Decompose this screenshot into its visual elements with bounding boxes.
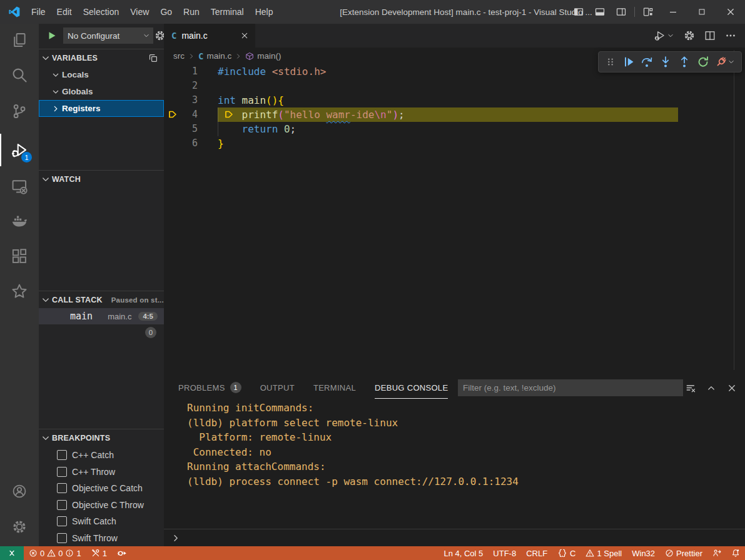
code-line-2[interactable]: 2	[164, 79, 745, 93]
menu-help[interactable]: Help	[250, 0, 279, 24]
menu-selection[interactable]: Selection	[78, 0, 125, 24]
breadcrumb-file[interactable]: main.c	[206, 51, 231, 61]
call-stack-frame[interactable]: mainmain.c4:5	[39, 308, 164, 324]
step-out-icon[interactable]	[678, 56, 691, 68]
activity-item-explorer[interactable]	[0, 24, 39, 56]
menu-go[interactable]: Go	[155, 0, 178, 24]
disconnect-button[interactable]	[715, 56, 735, 68]
panel-tab-output[interactable]: OUTPUT	[260, 378, 295, 399]
status-language-mode[interactable]: C	[552, 546, 580, 560]
status-formatter[interactable]: Prettier	[660, 546, 707, 560]
call-stack-extra-row[interactable]: 0	[39, 324, 164, 341]
restart-icon[interactable]	[697, 56, 709, 68]
variables-scope-globals[interactable]: Globals	[39, 83, 164, 100]
activity-item-favorites[interactable]	[0, 275, 39, 308]
more-actions-icon[interactable]	[725, 30, 736, 41]
maximize-panel-chevron-up-icon[interactable]	[706, 383, 716, 393]
activity-item-manage[interactable]	[0, 511, 39, 543]
status-platform[interactable]: Win32	[627, 546, 660, 560]
tools-status[interactable]: 1	[86, 546, 112, 560]
problems-status[interactable]: 0 0 1	[24, 546, 86, 560]
menu-edit[interactable]: Edit	[51, 0, 78, 24]
toggle-secondary-sidebar-button[interactable]	[611, 0, 632, 24]
breakpoint-checkbox[interactable]	[57, 516, 67, 526]
start-debugging-icon[interactable]	[47, 31, 57, 41]
toggle-primary-sidebar-button[interactable]	[568, 0, 589, 24]
breakpoint-checkbox[interactable]	[57, 483, 67, 493]
tab-main-c[interactable]: C main.c	[164, 24, 255, 48]
panel-tab-problems[interactable]: PROBLEMS1	[178, 378, 241, 399]
breakpoint-c-catch[interactable]: C++ Catch	[39, 447, 164, 463]
variables-scope-registers[interactable]: Registers	[39, 100, 164, 117]
debug-console-output[interactable]: Running initCommands:(lldb) platform sel…	[164, 399, 745, 489]
gear-icon[interactable]	[684, 30, 695, 41]
variables-section-header[interactable]: VARIABLES	[39, 50, 164, 66]
variables-scope-locals[interactable]: Locals	[39, 66, 164, 83]
close-tab-icon[interactable]	[240, 31, 249, 40]
clear-console-icon[interactable]	[686, 383, 696, 393]
breakpoint-checkbox[interactable]	[57, 467, 67, 477]
continue-icon[interactable]	[622, 56, 635, 68]
menu-run[interactable]: Run	[178, 0, 205, 24]
breakpoint-c-throw[interactable]: C++ Throw	[39, 464, 164, 480]
customize-layout-button[interactable]	[637, 0, 659, 24]
watch-section-header[interactable]: WATCH	[39, 171, 164, 188]
code-line-3[interactable]: 3int main(){	[164, 93, 745, 108]
activity-item-remote-explorer[interactable]	[0, 170, 39, 202]
menu-view[interactable]: View	[124, 0, 155, 24]
disconnect-icon	[715, 56, 727, 68]
close-window-button[interactable]	[716, 0, 745, 24]
debug-console-input[interactable]	[164, 529, 745, 546]
panel-tab-debug-console[interactable]: DEBUG CONSOLE	[375, 378, 448, 399]
console-line: Platform: remote-linux	[164, 430, 745, 445]
code-line-5[interactable]: 5 return 0;	[164, 122, 745, 136]
minimize-button[interactable]	[659, 0, 687, 24]
section-divider	[39, 170, 164, 171]
copy-icon[interactable]	[148, 53, 158, 63]
activity-item-run-and-debug[interactable]: 1	[0, 134, 39, 166]
menu-file[interactable]: File	[26, 0, 51, 24]
split-editor-icon[interactable]	[704, 30, 716, 41]
status-cursor-position[interactable]: Ln 4, Col 5	[438, 546, 488, 560]
step-over-icon[interactable]	[641, 56, 653, 68]
status-eol[interactable]: CRLF	[521, 546, 552, 560]
call-stack-section-header[interactable]: CALL STACK Paused on st...	[39, 292, 164, 308]
gripper-icon[interactable]	[605, 56, 616, 68]
activity-item-accounts[interactable]	[0, 475, 39, 508]
status-notifications[interactable]	[726, 546, 745, 560]
breakpoint-objective-c-catch[interactable]: Objective C Catch	[39, 480, 164, 496]
close-panel-icon[interactable]	[727, 383, 737, 393]
activity-item-search[interactable]	[0, 59, 39, 91]
debug-quick-access[interactable]	[112, 546, 132, 560]
activity-item-docker[interactable]	[0, 205, 39, 238]
breadcrumb-symbol[interactable]: main()	[257, 51, 281, 61]
status-encoding[interactable]: UTF-8	[488, 546, 521, 560]
run-or-debug-button[interactable]	[654, 30, 674, 41]
console-filter-input[interactable]	[458, 379, 683, 396]
breakpoint-swift-catch[interactable]: Swift Catch	[39, 513, 164, 529]
toggle-panel-button[interactable]	[589, 0, 611, 24]
breakpoint-checkbox[interactable]	[57, 450, 67, 460]
configure-gear-icon[interactable]	[155, 30, 164, 41]
breakpoint-swift-throw[interactable]: Swift Throw	[39, 530, 164, 546]
activity-item-extensions[interactable]	[0, 240, 39, 272]
breakpoint-objective-c-throw[interactable]: Objective C Throw	[39, 497, 164, 513]
debug-configuration-select[interactable]: No Configurat	[63, 28, 153, 44]
activity-item-source-control[interactable]	[0, 95, 39, 128]
editor-scrollbar[interactable]	[734, 50, 734, 370]
menu-terminal[interactable]: Terminal	[205, 0, 250, 24]
breakpoints-section-header[interactable]: BREAKPOINTS	[39, 430, 164, 446]
remote-indicator[interactable]	[0, 546, 24, 560]
code-line-4[interactable]: 4 printf("hello wamr-ide\n");	[164, 108, 745, 122]
maximize-button[interactable]	[687, 0, 716, 24]
breakpoint-checkbox[interactable]	[57, 533, 67, 543]
breadcrumb-folder[interactable]: src	[173, 51, 185, 61]
status-feedback[interactable]	[707, 546, 726, 560]
status-spell-status[interactable]: 1 Spell	[580, 546, 627, 560]
status-bar-right: Ln 4, Col 5UTF-8CRLFC1 SpellWin32Prettie…	[438, 546, 745, 560]
breakpoint-checkbox[interactable]	[57, 500, 67, 510]
step-into-icon[interactable]	[659, 56, 672, 68]
chevron-right-icon	[188, 52, 195, 60]
code-line-6[interactable]: 6}	[164, 136, 745, 151]
panel-tab-terminal[interactable]: TERMINAL	[313, 378, 356, 399]
